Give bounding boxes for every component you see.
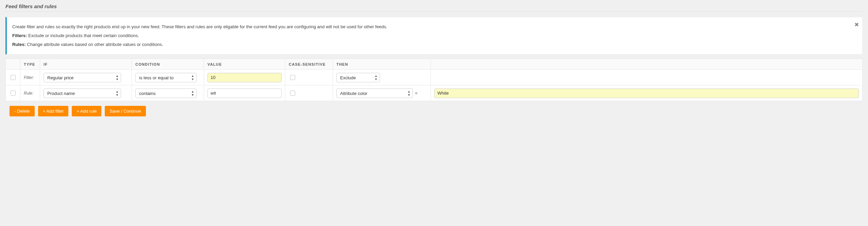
table-header-row: TYPE IF CONDITION VALUE CASE-SENSITIVE T… xyxy=(6,59,863,70)
notice-intro: Create filter and rules so exactly the r… xyxy=(12,23,850,30)
case-sensitive-checkbox[interactable] xyxy=(290,91,295,96)
th-checkbox xyxy=(6,59,20,70)
row-type-label: Rule: xyxy=(24,91,33,96)
th-then: THEN xyxy=(333,59,431,70)
th-case-sensitive: CASE-SENSITIVE xyxy=(285,59,333,70)
if-select[interactable]: Product name ▲▼ xyxy=(44,88,121,98)
rules-table: TYPE IF CONDITION VALUE CASE-SENSITIVE T… xyxy=(5,59,863,101)
if-select-value: Product name xyxy=(44,89,84,98)
row-checkbox[interactable] xyxy=(11,91,16,96)
then-select-value: Exclude xyxy=(337,73,365,82)
then-select[interactable]: Attribute color ▲▼ xyxy=(336,88,413,98)
table-row: Filter: Regular price ▲▼ is less or equa… xyxy=(6,70,863,85)
section-title: Feed filters and rules xyxy=(5,3,863,9)
if-select[interactable]: Regular price ▲▼ xyxy=(44,73,121,82)
condition-select[interactable]: is less or equal to ▲▼ xyxy=(135,73,197,82)
th-type: TYPE xyxy=(20,59,40,70)
chevron-updown-icon: ▲▼ xyxy=(374,74,378,81)
notice-rules-text: Change attribute values based on other a… xyxy=(26,42,163,47)
add-filter-button[interactable]: + Add filter xyxy=(38,106,69,116)
value-input[interactable] xyxy=(207,88,282,98)
condition-select-value: is less or equal to xyxy=(136,73,182,82)
equals-sign: = xyxy=(415,91,418,96)
th-value: VALUE xyxy=(204,59,285,70)
action-button-row: - Delete + Add filter + Add rule Save / … xyxy=(0,101,868,123)
chevron-updown-icon: ▲▼ xyxy=(407,90,411,97)
notice-box: ✖ Create filter and rules so exactly the… xyxy=(5,17,863,54)
notice-filters-label: Filters: xyxy=(12,33,27,38)
chevron-updown-icon: ▲▼ xyxy=(116,74,119,81)
delete-button[interactable]: - Delete xyxy=(10,106,35,116)
then-select[interactable]: Exclude ▲▼ xyxy=(336,73,380,82)
target-input[interactable] xyxy=(434,88,859,98)
chevron-updown-icon: ▲▼ xyxy=(191,90,194,97)
row-type-label: Filter: xyxy=(24,75,34,80)
th-target xyxy=(431,59,863,70)
notice-rules-line: Rules: Change attribute values based on … xyxy=(12,41,850,48)
value-input[interactable] xyxy=(207,73,282,82)
chevron-updown-icon: ▲▼ xyxy=(191,74,194,81)
notice-filters-text: Exclude or include products that meet ce… xyxy=(27,33,139,38)
row-checkbox[interactable] xyxy=(11,75,16,80)
th-if: IF xyxy=(40,59,132,70)
chevron-updown-icon: ▲▼ xyxy=(116,90,119,97)
table-row: Rule: Product name ▲▼ contains ▲▼ xyxy=(6,85,863,101)
condition-select-value: contains xyxy=(136,89,164,98)
case-sensitive-checkbox[interactable] xyxy=(290,75,295,80)
notice-rules-label: Rules: xyxy=(12,42,26,47)
save-continue-button[interactable]: Save / Continue xyxy=(105,106,146,116)
close-icon[interactable]: ✖ xyxy=(854,21,859,29)
divider xyxy=(5,11,863,12)
notice-filters-line: Filters: Exclude or include products tha… xyxy=(12,32,850,39)
add-rule-button[interactable]: + Add rule xyxy=(72,106,101,116)
condition-select[interactable]: contains ▲▼ xyxy=(135,88,197,98)
th-condition: CONDITION xyxy=(132,59,204,70)
if-select-value: Regular price xyxy=(44,73,82,82)
then-select-value: Attribute color xyxy=(337,89,376,98)
